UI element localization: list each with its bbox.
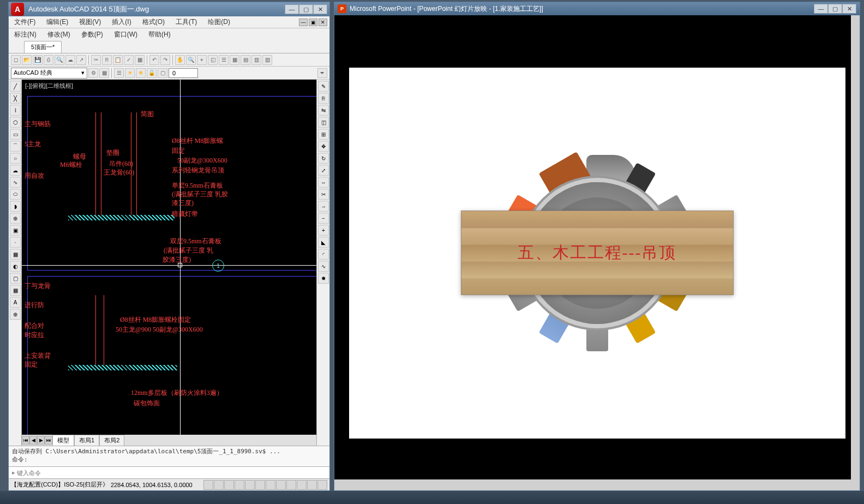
extend-tool-icon[interactable]: → (318, 201, 329, 212)
addsel-tool-icon[interactable]: ⊕ (10, 309, 21, 320)
mtext-tool-icon[interactable]: A (10, 297, 21, 308)
export-icon[interactable]: ↗ (76, 55, 86, 65)
autocad-titlebar[interactable]: A Autodesk AutoCAD 2014 5顶面一.dwg — ▢ ✕ (9, 2, 329, 16)
ducs-toggle[interactable] (266, 480, 275, 490)
menu-file[interactable]: 文件(F) (9, 16, 41, 28)
menu-tools[interactable]: 工具(T) (170, 16, 202, 28)
layer-freeze-icon[interactable]: ❄ (136, 68, 146, 78)
powerpoint-titlebar[interactable]: P Microsoft PowerPoint - [PowerPoint 幻灯片… (334, 2, 860, 15)
zoom-icon[interactable]: 🔍 (186, 55, 196, 65)
paste-icon[interactable]: 📋 (113, 55, 123, 65)
layout-tab-2[interactable]: 布局2 (99, 435, 124, 446)
ppt-minimize-button[interactable]: — (814, 4, 828, 14)
gradient-tool-icon[interactable]: ◐ (10, 261, 21, 272)
polar-toggle[interactable] (235, 480, 244, 490)
arc-tool-icon[interactable]: ⌒ (10, 141, 21, 152)
model-toggle[interactable] (307, 480, 317, 490)
maximize-button[interactable]: ▢ (299, 4, 313, 14)
ellipse-arc-tool-icon[interactable]: ◗ (10, 201, 21, 212)
zoom-window-icon[interactable]: ⌖ (197, 55, 207, 65)
region-tool-icon[interactable]: ▢ (10, 273, 21, 284)
layout-nav-prev-icon[interactable]: ◀ (29, 436, 37, 445)
match-icon[interactable]: ✓ (124, 55, 134, 65)
menu-view[interactable]: 视图(V) (74, 16, 106, 28)
explode-tool-icon[interactable]: ✹ (318, 273, 329, 284)
layout-nav-first-icon[interactable]: ⏮ (22, 436, 29, 445)
toolpalette-icon[interactable]: ▤ (241, 55, 250, 65)
line-tool-icon[interactable]: ╱ (10, 81, 21, 92)
open-icon[interactable]: 📂 (22, 55, 32, 65)
array-tool-icon[interactable]: ⊞ (318, 129, 329, 140)
markup-icon[interactable]: ▧ (262, 55, 272, 65)
minimize-button[interactable]: — (285, 4, 299, 14)
rotate-tool-icon[interactable]: ↻ (318, 153, 329, 164)
layer-light-icon[interactable]: ☀ (125, 68, 135, 78)
layout-tab-model[interactable]: 模型 (52, 435, 74, 446)
layer-selector[interactable]: 0 (169, 68, 198, 78)
preview-icon[interactable]: 🔍 (55, 55, 64, 65)
ppt-scrollbar-h[interactable] (334, 479, 860, 490)
menu-modify[interactable]: 修改(M) (42, 28, 76, 40)
xline-tool-icon[interactable]: ╳ (10, 93, 21, 104)
sheet-icon[interactable]: ▥ (251, 55, 261, 65)
close-button[interactable]: ✕ (313, 4, 327, 14)
properties-icon[interactable]: ☰ (219, 55, 229, 65)
slideshow-area[interactable]: 五、木工工程---吊顶 (334, 15, 860, 490)
menu-insert[interactable]: 插入(I) (106, 16, 136, 28)
layer-color-icon[interactable]: ▢ (158, 68, 167, 78)
ppt-close-button[interactable]: ✕ (842, 4, 856, 14)
print-icon[interactable]: ⎙ (44, 55, 53, 65)
ortho-toggle[interactable] (224, 480, 234, 490)
command-input[interactable] (17, 470, 326, 476)
menu-format[interactable]: 格式(O) (137, 16, 170, 28)
ellipse-tool-icon[interactable]: ⬭ (10, 189, 21, 200)
windows-taskbar[interactable] (0, 491, 864, 504)
point-tool-icon[interactable]: · (10, 237, 21, 248)
grid-toggle[interactable] (214, 480, 224, 490)
layout-nav-last-icon[interactable]: ⏭ (45, 436, 52, 445)
doc-close-button[interactable]: ✕ (319, 19, 327, 26)
copy-icon[interactable]: ⎘ (102, 55, 112, 65)
polygon-tool-icon[interactable]: ⬡ (10, 117, 21, 128)
block-icon[interactable]: ▦ (135, 55, 145, 65)
spline-tool-icon[interactable]: ∿ (10, 177, 21, 188)
lwt-toggle[interactable] (286, 480, 296, 490)
workspace-dropdown[interactable]: AutoCAD 经典▾ (11, 68, 87, 79)
circle-tool-icon[interactable]: ○ (10, 153, 21, 164)
zoom-prev-icon[interactable]: ◱ (208, 55, 218, 65)
mirror-tool-icon[interactable]: ⇋ (318, 105, 329, 116)
layout-nav-next-icon[interactable]: ▶ (37, 436, 45, 445)
menu-help[interactable]: 帮助(H) (143, 28, 176, 40)
document-tab[interactable]: 5顶面一* (24, 41, 62, 53)
move-tool-icon[interactable]: ✥ (318, 141, 329, 152)
layer-lock-icon[interactable]: 🔓 (147, 68, 157, 78)
offset-tool-icon[interactable]: ◫ (318, 117, 329, 128)
hatch-tool-icon[interactable]: ▦ (10, 249, 21, 260)
osnap-toggle[interactable] (245, 480, 255, 490)
table-tool-icon[interactable]: ▦ (10, 285, 21, 296)
polyline-tool-icon[interactable]: ⌇ (10, 105, 21, 116)
menu-draw[interactable]: 绘图(D) (202, 16, 236, 28)
block-tool-icon[interactable]: ▣ (10, 225, 21, 236)
menu-window[interactable]: 窗口(W) (109, 28, 143, 40)
redo-icon[interactable]: ↷ (160, 55, 170, 65)
menu-dimension[interactable]: 标注(N) (9, 28, 42, 40)
chamfer-tool-icon[interactable]: ◣ (318, 237, 329, 248)
otrack-toggle[interactable] (255, 480, 265, 490)
pan-icon[interactable]: ✋ (175, 55, 185, 65)
insert-tool-icon[interactable]: ⊕ (10, 213, 21, 224)
layer-manager-icon[interactable]: ☰ (114, 68, 124, 78)
doc-minimize-button[interactable]: — (299, 19, 308, 26)
ppt-maximize-button[interactable]: ▢ (828, 4, 842, 14)
stretch-tool-icon[interactable]: ↔ (318, 177, 329, 188)
snap-toggle[interactable] (203, 480, 213, 490)
trim-tool-icon[interactable]: ✂ (318, 189, 329, 200)
menu-edit[interactable]: 编辑(E) (41, 16, 74, 28)
anno-toggle[interactable] (317, 480, 327, 490)
qp-toggle[interactable] (297, 480, 307, 490)
workspace-settings-icon[interactable]: ⚙ (88, 68, 98, 78)
new-icon[interactable]: ◻ (11, 55, 21, 65)
publish-icon[interactable]: ☁ (65, 55, 75, 65)
menu-parametric[interactable]: 参数(P) (76, 28, 109, 40)
layer-filter-icon[interactable]: ⏷ (317, 68, 327, 78)
